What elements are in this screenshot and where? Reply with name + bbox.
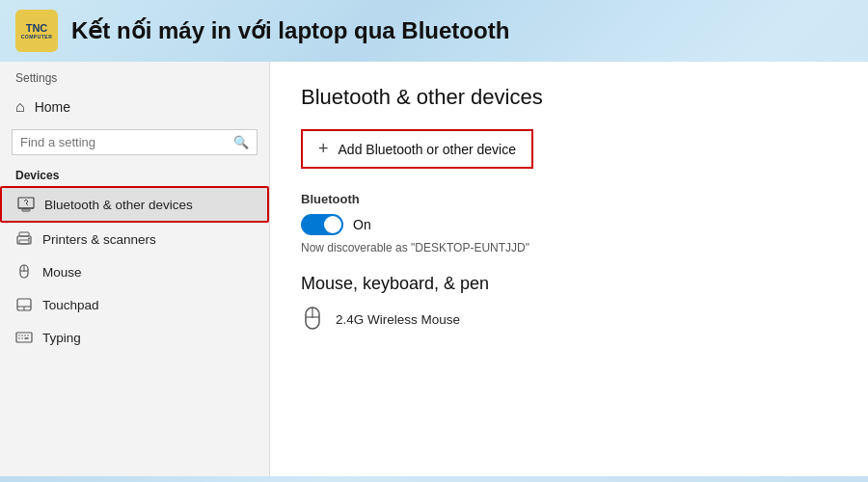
main-area: Settings ⌂ Home 🔍 Devices Bluetooth & ot…	[0, 62, 868, 476]
search-icon: 🔍	[233, 135, 249, 149]
device-row: 2.4G Wireless Mouse	[301, 306, 837, 333]
sidebar-item-home[interactable]: ⌂ Home	[0, 91, 269, 123]
sidebar-item-mouse[interactable]: Mouse	[0, 255, 269, 288]
toggle-on-label: On	[353, 217, 371, 232]
subsection-title: Mouse, keyboard, & pen	[301, 274, 837, 294]
bluetooth-devices-icon	[17, 196, 35, 213]
sidebar-item-typing[interactable]: Typing	[0, 321, 269, 354]
settings-sidebar: Settings ⌂ Home 🔍 Devices Bluetooth & ot…	[0, 62, 270, 476]
sidebar-item-printers[interactable]: Printers & scanners	[0, 223, 269, 255]
settings-label: Settings	[0, 62, 269, 91]
mouse-nav-icon	[15, 263, 33, 281]
add-bluetooth-label: Add Bluetooth or other device	[339, 142, 516, 157]
touchpad-icon	[15, 296, 33, 313]
sidebar-item-typing-label: Typing	[42, 331, 81, 345]
content-panel: Bluetooth & other devices + Add Bluetoot…	[270, 62, 868, 476]
search-input[interactable]	[20, 135, 228, 149]
sidebar-item-bluetooth[interactable]: Bluetooth & other devices	[0, 186, 269, 223]
printers-icon	[15, 230, 33, 248]
bluetooth-toggle-row: On	[301, 214, 837, 235]
typing-icon	[15, 329, 33, 346]
logo: TNC COMPUTER	[15, 10, 58, 52]
sidebar-item-touchpad-label: Touchpad	[42, 298, 99, 312]
bluetooth-toggle[interactable]	[301, 214, 343, 235]
bluetooth-section-label: Bluetooth	[301, 192, 837, 206]
add-bluetooth-button[interactable]: + Add Bluetooth or other device	[301, 129, 533, 169]
svg-rect-13	[16, 333, 32, 342]
sidebar-item-touchpad[interactable]: Touchpad	[0, 288, 269, 321]
home-icon: ⌂	[15, 98, 25, 116]
logo-tnc-text: TNC	[26, 23, 48, 34]
sidebar-item-mouse-label: Mouse	[42, 265, 82, 280]
discoverable-text: Now discoverable as "DESKTOP-EUNTJJD"	[301, 241, 837, 254]
content-title: Bluetooth & other devices	[301, 85, 837, 110]
sidebar-item-bluetooth-label: Bluetooth & other devices	[44, 198, 193, 212]
svg-rect-5	[19, 232, 29, 236]
devices-label: Devices	[0, 161, 269, 186]
header: TNC COMPUTER Kết nối máy in với laptop q…	[0, 0, 868, 62]
logo-computer-text: COMPUTER	[21, 34, 53, 40]
search-box[interactable]: 🔍	[12, 129, 258, 155]
device-name: 2.4G Wireless Mouse	[336, 312, 460, 327]
svg-rect-2	[22, 209, 30, 211]
svg-rect-4	[19, 240, 29, 244]
home-label: Home	[35, 99, 70, 115]
mouse-device-icon	[301, 306, 324, 333]
svg-point-6	[28, 238, 30, 240]
plus-icon: +	[318, 139, 329, 159]
sidebar-item-printers-label: Printers & scanners	[42, 232, 156, 247]
page-title: Kết nối máy in với laptop qua Bluetooth	[71, 17, 509, 44]
